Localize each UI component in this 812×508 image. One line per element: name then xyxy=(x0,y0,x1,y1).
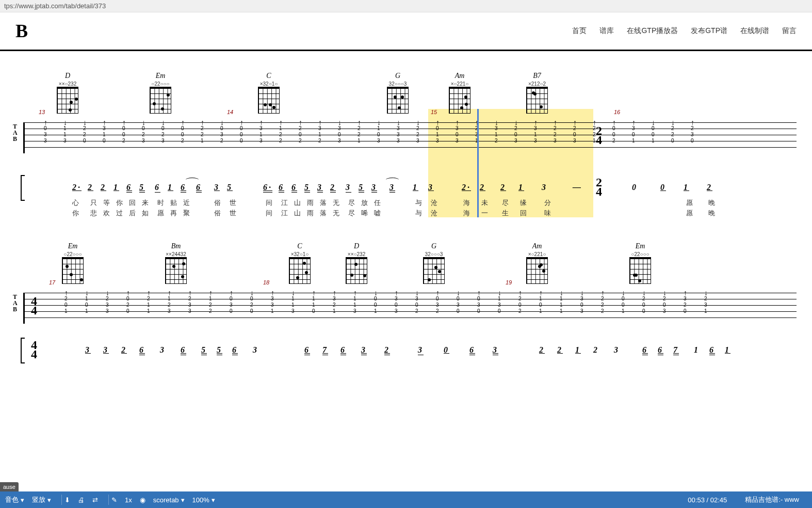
fret-number: 3 xyxy=(259,125,263,131)
fret-number: 3 xyxy=(318,125,321,131)
fret-number: 0 xyxy=(457,296,460,301)
fret-number: 0 xyxy=(622,302,625,308)
numeric-note: 3 xyxy=(614,345,620,355)
numeric-note: 6 xyxy=(279,183,284,193)
tone-dropdown[interactable]: 音色▾ xyxy=(5,495,24,504)
fret-number: 0 xyxy=(652,125,655,131)
nav-home[interactable]: 首页 xyxy=(572,26,587,36)
fret-number: 0 xyxy=(374,302,377,308)
lyric-character: 尽 xyxy=(348,209,355,218)
fret-number: 1 xyxy=(279,125,282,131)
fret-number: 2 xyxy=(358,132,361,137)
fret-number: 0 xyxy=(684,308,687,314)
numeric-note: 1 xyxy=(575,345,581,355)
numeric-note: 1 xyxy=(113,183,119,192)
fret-number: 3 xyxy=(63,138,67,144)
lyric-character: 缘 xyxy=(520,198,527,208)
fret-number: 2 xyxy=(299,125,302,131)
playhead xyxy=(477,109,479,217)
site-logo[interactable]: B xyxy=(15,20,28,42)
fret-number: 3 xyxy=(168,308,171,314)
download-icon[interactable]: ⬇ xyxy=(64,496,70,504)
fret-number: 2 xyxy=(279,138,282,144)
numeric-note: 5 xyxy=(201,345,207,355)
nav-tabs-library[interactable]: 谱库 xyxy=(599,26,614,36)
fret-number: 0 xyxy=(514,132,517,137)
fret-number: 1 xyxy=(560,302,563,308)
fret-number: 0 xyxy=(122,132,125,137)
fret-number: 0 xyxy=(103,138,106,144)
chord-G: G32○○○3 xyxy=(387,72,409,114)
numeric-bracket xyxy=(21,338,25,363)
lyric-character: 悲 xyxy=(90,209,97,218)
fret-number: 3 xyxy=(271,302,274,308)
pause-button[interactable]: ause xyxy=(0,482,19,491)
fret-number: 3 xyxy=(397,125,400,131)
loop-icon[interactable]: ⇄ xyxy=(92,496,98,504)
numeric-note: 1 xyxy=(518,183,524,192)
nav-online-compose[interactable]: 在线制谱 xyxy=(740,26,769,36)
fret-number: 0 xyxy=(240,125,243,131)
fret-number: 0 xyxy=(612,125,615,131)
fret-number: 0 xyxy=(312,308,315,314)
fret-number: 3 xyxy=(691,132,694,137)
fret-number: 1 xyxy=(622,308,625,314)
numeric-note: 0 xyxy=(660,183,666,192)
fret-number: 2 xyxy=(147,296,150,301)
nav-comments[interactable]: 留言 xyxy=(782,26,797,36)
numeric-note: 6 xyxy=(181,345,186,355)
nav-publish-gtp[interactable]: 发布GTP谱 xyxy=(691,26,727,36)
fret-number: 1 xyxy=(560,296,563,301)
layout-dropdown[interactable]: 竖放▾ xyxy=(32,495,51,504)
fret-number: 2 xyxy=(209,308,212,314)
fret-number: 2 xyxy=(83,132,86,137)
lyric-character: 欢 xyxy=(103,209,110,218)
fret-number: 0 xyxy=(671,138,674,144)
edit-icon[interactable]: ✎ xyxy=(111,496,117,504)
lyric-character: 你 xyxy=(72,209,79,218)
numeric-note: 5 xyxy=(139,183,145,193)
tab-lines-1 xyxy=(23,122,797,153)
fret-number: 0 xyxy=(652,132,655,137)
lyric-character: 沧 xyxy=(431,198,437,208)
numeric-note: 2 xyxy=(539,345,545,355)
numeric-note: 2 xyxy=(480,183,485,192)
print-icon[interactable]: 🖨 xyxy=(78,496,85,504)
time-signature-4-4: 44 xyxy=(31,296,37,315)
fret-number: 1 xyxy=(358,138,361,144)
fret-number: 2 xyxy=(250,302,253,308)
fret-number: 1 xyxy=(312,302,315,308)
fret-number: 2 xyxy=(168,302,171,308)
numeric-note: 2 xyxy=(500,183,506,192)
numeric-note: 5 xyxy=(217,345,222,355)
fret-number: 0 xyxy=(632,132,635,137)
chord-B7: B7×212○2 xyxy=(526,72,548,114)
tab-staff-2[interactable]: TAB 171819 ↑201↓101↓233↑020↑211↑123↑233↑… xyxy=(15,289,797,335)
fret-number: 3 xyxy=(291,308,295,314)
fret-number: 3 xyxy=(684,296,687,301)
fret-number: 3 xyxy=(333,296,336,301)
lyric-character: 海 xyxy=(463,198,470,208)
zoom-dropdown[interactable]: 100%▾ xyxy=(192,496,215,504)
fret-number: 1 xyxy=(539,296,542,301)
track-dropdown[interactable]: scoretab▾ xyxy=(153,496,185,504)
time-signature-4-4-numeric: 44 xyxy=(31,340,37,359)
tab-staff-1[interactable]: TAB 13141516 ↑033↓113↓220↑310↑002↓023↓02… xyxy=(15,118,797,165)
metronome-icon[interactable]: ◉ xyxy=(140,496,145,504)
numeric-note: 3 xyxy=(361,345,367,355)
fret-number: 1 xyxy=(353,296,356,301)
fret-number: 1 xyxy=(291,296,295,301)
fret-number: 2 xyxy=(601,302,604,308)
lyric-character: 回 xyxy=(520,209,527,218)
staff-row-2: Em○22○○○Bm××24432C×32○1○D××○232G32○○○3Am… xyxy=(15,242,797,363)
nav-gtp-player[interactable]: 在线GTP播放器 xyxy=(627,26,678,36)
fret-number: 1 xyxy=(63,125,67,131)
chord-Em: Em○22○○○ xyxy=(150,72,171,114)
fret-number: 0 xyxy=(663,302,666,308)
fret-number: 1 xyxy=(271,308,274,314)
numeric-note: 3 xyxy=(253,345,258,355)
fret-number: 1 xyxy=(353,302,356,308)
fret-number: 3 xyxy=(416,138,419,144)
speed-control[interactable]: 1x xyxy=(125,496,132,504)
numeric-note: 0 xyxy=(444,345,449,355)
